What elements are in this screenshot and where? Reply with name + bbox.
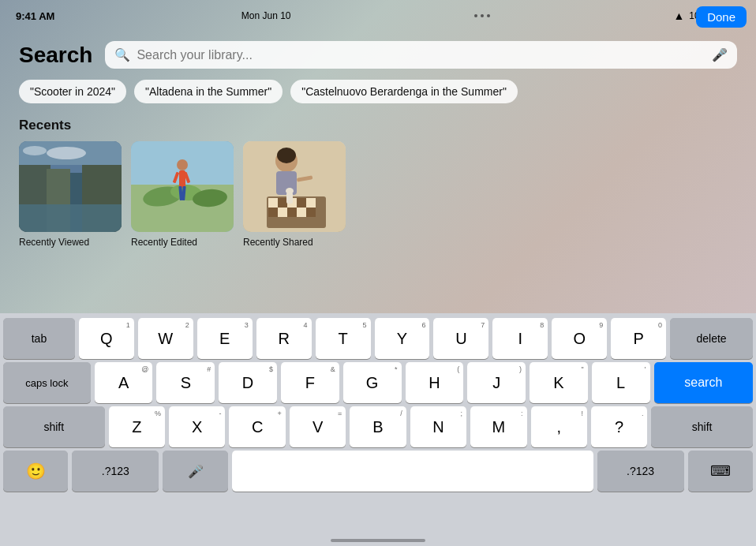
key-t[interactable]: 5T — [316, 318, 371, 359]
key-z[interactable]: %Z — [109, 406, 165, 447]
kb-row-4: 🙂 .?123 🎤 .?123 ⌨ — [3, 451, 753, 492]
key-question[interactable]: .? — [591, 406, 647, 447]
search-icon: 🔍 — [114, 47, 130, 62]
svg-rect-5 — [19, 204, 122, 232]
key-mic[interactable]: 🎤 — [163, 451, 227, 492]
search-bar[interactable]: 🔍 🎤 — [105, 41, 737, 69]
svg-rect-28 — [278, 198, 287, 208]
key-emoji[interactable]: 🙂 — [3, 451, 68, 492]
search-input[interactable] — [137, 48, 705, 62]
key-c[interactable]: +C — [229, 406, 285, 447]
key-delete[interactable]: delete — [670, 318, 753, 359]
mic-icon[interactable]: 🎤 — [712, 47, 728, 62]
svg-point-24 — [277, 148, 296, 163]
key-a[interactable]: @A — [95, 362, 153, 403]
recent-thumb-0 — [19, 141, 122, 232]
chips-row: "Scooter in 2024" "Altadena in the Summe… — [19, 80, 737, 103]
status-time: 9:41 AM — [16, 10, 54, 22]
search-title: Search — [19, 43, 92, 68]
recents-label: Recents — [19, 118, 737, 133]
svg-rect-31 — [306, 198, 316, 208]
recent-item-1[interactable]: Recently Edited — [131, 141, 234, 248]
key-s[interactable]: #S — [156, 362, 215, 403]
search-row: Search 🔍 🎤 — [19, 41, 737, 69]
key-d[interactable]: $D — [219, 362, 277, 403]
status-date: Mon Jun 10 — [241, 10, 291, 21]
chip-2[interactable]: "Castelnuovo Berardenga in the Summer" — [290, 80, 518, 103]
recent-caption-2: Recently Shared — [243, 237, 313, 248]
key-hide-keyboard[interactable]: ⌨ — [688, 451, 753, 492]
key-b[interactable]: /B — [350, 406, 406, 447]
status-bar: 9:41 AM Mon Jun 10 ▲ 100% — [0, 0, 756, 32]
key-m[interactable]: :M — [470, 406, 526, 447]
content-area: Search 🔍 🎤 "Scooter in 2024" "Altadena i… — [0, 32, 756, 339]
recents-grid: Recently Viewed — [19, 141, 737, 248]
kb-row-1: tab 1Q 2W 3E 4R 5T 6Y 7U 8I 9O 0P delete — [3, 318, 753, 359]
key-search[interactable]: search — [654, 362, 753, 403]
kb-row-3: shift %Z -X +C =V /B ;N :M !, .? shift — [3, 406, 753, 447]
svg-rect-35 — [297, 208, 306, 217]
recent-item-2[interactable]: Recently Shared — [243, 141, 346, 248]
key-r[interactable]: 4R — [256, 318, 312, 359]
key-space[interactable] — [232, 451, 593, 492]
kb-row-2: caps lock @A #S $D &F *G (H )J "K 'L sea… — [3, 362, 753, 403]
svg-point-7 — [47, 147, 86, 159]
key-x[interactable]: -X — [169, 406, 225, 447]
svg-rect-34 — [287, 208, 297, 217]
key-j[interactable]: )J — [467, 362, 526, 403]
svg-rect-37 — [286, 193, 293, 204]
svg-rect-33 — [278, 208, 287, 217]
key-capslock[interactable]: caps lock — [3, 362, 91, 403]
key-numsym-right[interactable]: .?123 — [597, 451, 684, 492]
key-w[interactable]: 2W — [138, 318, 193, 359]
keyboard: tab 1Q 2W 3E 4R 5T 6Y 7U 8I 9O 0P delete… — [0, 313, 756, 546]
recent-thumb-1 — [131, 141, 234, 232]
svg-rect-36 — [306, 208, 316, 217]
key-u[interactable]: 7U — [433, 318, 488, 359]
key-f[interactable]: &F — [281, 362, 339, 403]
key-v[interactable]: =V — [290, 406, 346, 447]
svg-point-15 — [177, 159, 188, 170]
key-g[interactable]: *G — [343, 362, 402, 403]
key-y[interactable]: 6Y — [375, 318, 430, 359]
key-i[interactable]: 8I — [492, 318, 548, 359]
key-e[interactable]: 3E — [197, 318, 253, 359]
wifi-icon: ▲ — [673, 9, 684, 22]
center-dots — [474, 14, 490, 17]
chip-1[interactable]: "Altadena in the Summer" — [134, 80, 283, 103]
svg-point-8 — [23, 146, 47, 155]
key-tab[interactable]: tab — [3, 318, 75, 359]
key-comma[interactable]: !, — [531, 406, 587, 447]
key-o[interactable]: 9O — [552, 318, 607, 359]
svg-point-38 — [286, 188, 294, 194]
home-indicator — [331, 539, 425, 542]
svg-rect-27 — [268, 198, 278, 208]
key-p[interactable]: 0P — [611, 318, 666, 359]
recent-caption-1: Recently Edited — [131, 237, 197, 248]
key-shift-left[interactable]: shift — [3, 406, 105, 447]
recent-item-0[interactable]: Recently Viewed — [19, 141, 122, 248]
recent-caption-0: Recently Viewed — [19, 237, 89, 248]
recent-thumb-2 — [243, 141, 346, 232]
done-button[interactable]: Done — [696, 6, 747, 28]
svg-rect-30 — [297, 198, 306, 208]
key-k[interactable]: "K — [530, 362, 588, 403]
key-numsym-left[interactable]: .?123 — [72, 451, 159, 492]
key-q-num: 1 — [126, 321, 130, 329]
key-shift-right[interactable]: shift — [651, 406, 753, 447]
key-h[interactable]: (H — [406, 362, 464, 403]
key-l[interactable]: 'L — [592, 362, 650, 403]
svg-rect-32 — [268, 208, 278, 217]
key-n[interactable]: ;N — [410, 406, 466, 447]
chip-0[interactable]: "Scooter in 2024" — [19, 80, 126, 103]
key-q[interactable]: 1Q — [79, 318, 134, 359]
